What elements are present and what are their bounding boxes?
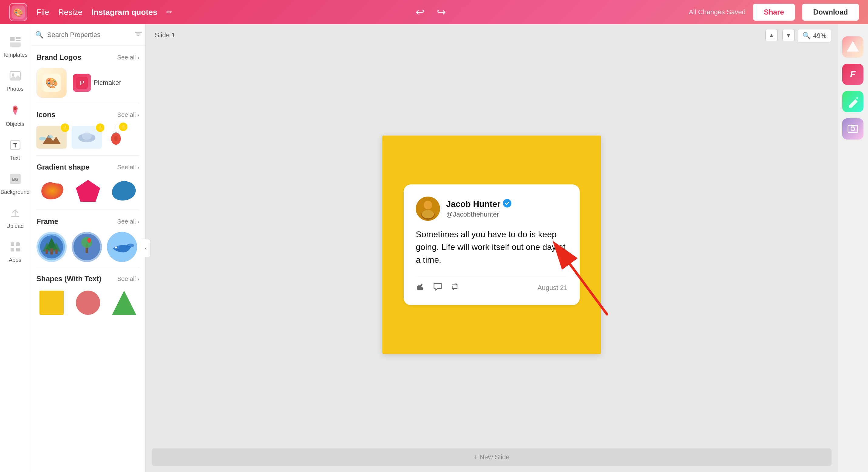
tweet-actions	[416, 282, 460, 293]
svg-point-57	[76, 291, 100, 315]
menu-resize[interactable]: Resize	[58, 8, 82, 17]
shapes-text-see-all[interactable]: See all ›	[117, 276, 139, 282]
sidebar-item-background[interactable]: BG Background	[0, 167, 30, 201]
verified-badge	[503, 199, 512, 209]
templates-icon	[9, 36, 21, 50]
svg-point-60	[424, 201, 432, 209]
slide-down-button[interactable]: ▼	[782, 29, 795, 41]
shape-green-triangle[interactable]	[109, 289, 139, 316]
chevron-left-icon: ‹	[145, 245, 147, 251]
shape-salmon-circle[interactable]	[73, 289, 103, 316]
zoom-level: 49%	[813, 32, 827, 40]
tweet-card[interactable]: Jacob Hunter @Jacobthehunter	[404, 184, 580, 305]
brand-logos-section: Brand Logos See all › 🎨	[30, 46, 145, 103]
new-slide-button[interactable]: + New Slide	[152, 448, 832, 466]
tweet-footer: August 21	[416, 276, 567, 293]
right-app-picmaker[interactable]	[842, 36, 863, 58]
tweet-user-info: Jacob Hunter @Jacobthehunter	[446, 199, 512, 218]
right-app-draw[interactable]	[842, 91, 863, 112]
frame-section: Frame See all ›	[30, 210, 145, 267]
gradient-shape-section: Gradient shape See all ›	[30, 156, 145, 210]
frame-apple[interactable]	[72, 232, 102, 262]
svg-rect-45	[45, 249, 48, 254]
svg-point-62	[422, 210, 434, 218]
right-app-photo[interactable]	[842, 118, 863, 139]
tweet-handle: @Jacobthehunter	[446, 211, 512, 218]
icons-grid: ⭐ ⭐	[36, 125, 139, 151]
svg-rect-16	[11, 248, 14, 251]
icon-mountain[interactable]: ⭐	[36, 126, 67, 150]
svg-rect-3	[16, 37, 21, 39]
gradient-shapes-grid	[36, 178, 139, 205]
svg-rect-14	[11, 242, 14, 246]
icons-section: Icons See all › ⭐	[30, 103, 145, 155]
svg-marker-37	[76, 180, 100, 202]
picmaker-logo-2[interactable]: P Picmaker	[73, 74, 121, 92]
photos-icon	[9, 70, 21, 84]
text-icon: T	[10, 139, 21, 153]
svg-rect-44	[50, 248, 53, 254]
main-layout: Templates Photos Objects T Text	[0, 24, 868, 472]
upload-label: Upload	[6, 223, 24, 229]
gradient-shape-header: Gradient shape See all ›	[36, 163, 139, 171]
icon-ornament[interactable]: ⭐	[107, 125, 125, 151]
icon-cloud[interactable]: ⭐	[72, 126, 102, 150]
app-logo[interactable]: 🎨	[9, 3, 27, 21]
comment-button[interactable]	[433, 282, 442, 293]
share-button[interactable]: Share	[753, 4, 795, 21]
tweet-date: August 21	[537, 284, 567, 292]
slide-canvas[interactable]: Jacob Hunter @Jacobthehunter	[382, 135, 601, 354]
upload-icon	[10, 208, 21, 221]
svg-text:🎨: 🎨	[13, 8, 23, 17]
gradient-shape-title: Gradient shape	[36, 163, 90, 171]
brand-logos-title: Brand Logos	[36, 53, 81, 62]
svg-point-33	[82, 132, 92, 140]
picmaker-logo-1[interactable]: 🎨	[36, 68, 67, 98]
svg-marker-58	[112, 291, 136, 315]
like-button[interactable]	[416, 282, 426, 293]
topbar-right: All Changes Saved Share Download	[689, 4, 859, 21]
undo-button[interactable]: ↩	[415, 6, 425, 19]
sidebar-item-objects[interactable]: Objects	[0, 98, 30, 133]
canvas-area: 🔍 49% Slide 1 ▲ ▼ ⧉ ⊞	[146, 24, 838, 472]
sidebar-item-text[interactable]: T Text	[0, 133, 30, 167]
sidebar-item-upload[interactable]: Upload	[0, 201, 30, 235]
svg-rect-15	[16, 242, 20, 246]
sidebar-item-apps[interactable]: Apps	[0, 235, 30, 270]
zoom-icon: 🔍	[802, 32, 811, 40]
svg-text:BG: BG	[12, 177, 18, 182]
brand-logos-header: Brand Logos See all ›	[36, 53, 139, 62]
save-status: All Changes Saved	[689, 8, 746, 16]
frame-see-all[interactable]: See all ›	[117, 218, 139, 225]
redo-button[interactable]: ↪	[437, 6, 446, 19]
sidebar-item-photos[interactable]: Photos	[0, 64, 30, 98]
right-app-font[interactable]: F	[842, 64, 863, 85]
menu-file[interactable]: File	[36, 8, 49, 17]
download-button[interactable]: Download	[802, 4, 859, 21]
icons-see-all[interactable]: See all ›	[117, 111, 139, 118]
edit-title-icon[interactable]: ✏	[166, 8, 173, 17]
retweet-button[interactable]	[450, 282, 460, 293]
apps-icon	[10, 242, 21, 255]
properties-panel: 🔍 Brand Logos See all ›	[30, 24, 146, 472]
gradient-shape-pentagon-pink[interactable]	[73, 178, 103, 205]
text-label: Text	[10, 155, 20, 161]
search-input[interactable]	[47, 31, 130, 39]
gradient-shape-see-all[interactable]: See all ›	[117, 164, 139, 171]
zoom-indicator[interactable]: 🔍 49%	[797, 29, 832, 42]
sidebar-item-templates[interactable]: Templates	[0, 30, 30, 64]
shape-yellow-square[interactable]	[36, 289, 67, 316]
svg-rect-2	[10, 37, 14, 41]
brand-logos-see-all[interactable]: See all ›	[117, 54, 139, 61]
frame-whale[interactable]	[107, 232, 137, 262]
search-icon: 🔍	[35, 31, 43, 39]
filter-icon[interactable]	[134, 30, 143, 40]
slide-up-button[interactable]: ▲	[766, 29, 778, 41]
frame-forest[interactable]	[36, 232, 67, 262]
gradient-shape-blob-orange[interactable]	[36, 178, 67, 205]
panel-collapse-button[interactable]: ‹	[141, 239, 151, 257]
gradient-shape-blob-teal[interactable]	[109, 178, 140, 205]
icons-header: Icons See all ›	[36, 111, 139, 119]
svg-rect-4	[16, 40, 21, 41]
shapes-text-section: Shapes (With Text) See all ›	[30, 267, 145, 321]
